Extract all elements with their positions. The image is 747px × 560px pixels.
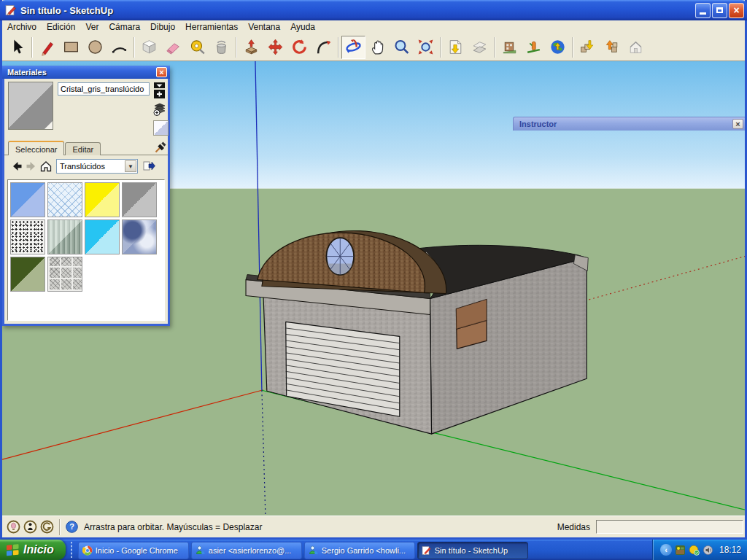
materials-title-bar[interactable]: Materiales × [2, 66, 170, 79]
instructor-close-icon[interactable]: × [732, 119, 743, 129]
move-tool-icon[interactable] [263, 36, 287, 59]
person-status-icon[interactable] [23, 520, 37, 534]
share-models-icon[interactable] [600, 36, 624, 59]
material-preview-swatch[interactable] [8, 82, 53, 130]
materials-tabs: Seleccionar Editar [4, 140, 168, 155]
photo-textures-icon[interactable] [498, 36, 522, 59]
help-icon[interactable]: ? [66, 521, 78, 533]
line-tool-icon[interactable] [35, 36, 59, 59]
zoom-tool-icon[interactable] [390, 36, 414, 59]
toggle-terrain-icon[interactable] [468, 36, 492, 59]
back-icon[interactable] [9, 159, 24, 174]
start-button[interactable]: Inicio [0, 540, 66, 560]
tab-editar[interactable]: Editar [65, 142, 101, 155]
material-swatch[interactable] [10, 219, 45, 254]
tape-measure-tool-icon[interactable] [185, 36, 209, 59]
menu-ver[interactable]: Ver [80, 20, 104, 34]
make-component-tool-icon[interactable] [137, 36, 161, 59]
material-name-field[interactable] [58, 82, 150, 96]
tray-app-icon[interactable] [675, 545, 686, 556]
rotate-tool-icon[interactable] [287, 36, 311, 59]
menu-ayuda[interactable]: Ayuda [285, 20, 320, 34]
taskbar-task-messenger-2[interactable]: Sergio Garrido <howli... [304, 542, 415, 559]
toolbar [2, 34, 745, 61]
window-title: Sin título - SketchUp [20, 5, 694, 16]
material-swatch[interactable] [122, 182, 157, 217]
share-component-icon[interactable] [624, 36, 648, 59]
material-swatch[interactable] [10, 182, 45, 217]
tab-seleccionar[interactable]: Seleccionar [8, 141, 64, 155]
rectangle-tool-icon[interactable] [59, 36, 83, 59]
attribution-icon[interactable] [7, 520, 20, 534]
menu-dibujo[interactable]: Dibujo [145, 20, 180, 34]
orbit-tool-icon[interactable] [341, 36, 365, 59]
tray-volume-icon[interactable] [703, 545, 713, 556]
follow-me-tool-icon[interactable] [311, 36, 336, 59]
materials-title: Materiales [7, 68, 156, 77]
toolbar-separator [236, 37, 237, 58]
measurements-box[interactable] [596, 520, 743, 534]
toolbar-separator [31, 37, 33, 58]
chrome-icon [82, 545, 93, 556]
taskbar-task-chrome[interactable]: Inicio - Google Chrome [78, 542, 189, 559]
materials-close-icon[interactable]: × [156, 67, 167, 77]
svg-text:?: ? [69, 522, 74, 531]
toolbar-separator [572, 37, 573, 58]
zoom-extents-tool-icon[interactable] [414, 36, 438, 59]
status-separator [59, 519, 61, 535]
menu-archivo[interactable]: Archivo [2, 20, 42, 34]
material-swatch[interactable] [85, 219, 120, 254]
taskbar-task-messenger-1[interactable]: asier <asierlorenzo@... [191, 542, 302, 559]
collection-dropdown[interactable]: Translúcidos ▼ [56, 159, 138, 174]
google-earth-icon[interactable] [546, 36, 570, 59]
material-swatch[interactable] [10, 257, 45, 292]
windows-taskbar: Inicio Inicio - Google Chrome asier <asi… [0, 540, 747, 560]
forward-icon[interactable] [24, 159, 39, 174]
create-material-button[interactable] [152, 82, 167, 99]
model-location-icon[interactable] [522, 36, 546, 59]
material-swatch[interactable] [47, 257, 82, 292]
secondary-pane-button[interactable] [152, 101, 167, 117]
get-current-view-icon[interactable] [444, 36, 468, 59]
sketchup-window: Sin título - SketchUp × Archivo Edición … [0, 0, 747, 540]
taskbar-task-sketchup[interactable]: Sin título - SketchUp [417, 542, 528, 559]
menu-ventana[interactable]: Ventana [243, 20, 285, 34]
tray-collapse-icon[interactable]: ‹ [660, 544, 672, 556]
instructor-panel[interactable]: Instructor × [513, 117, 745, 131]
eraser-tool-icon[interactable] [161, 36, 185, 59]
details-pane-button[interactable] [142, 159, 158, 174]
desktop: Sin título - SketchUp × Archivo Edición … [0, 0, 747, 560]
toolbar-separator [440, 37, 441, 58]
maximize-button[interactable] [712, 3, 727, 18]
messenger-icon [309, 545, 319, 556]
circle-tool-icon[interactable] [83, 36, 107, 59]
quick-launch-handle[interactable] [69, 542, 74, 558]
material-swatch-list [7, 179, 165, 321]
toolbar-separator [338, 37, 339, 58]
tray-messenger-icon[interactable] [689, 545, 700, 556]
title-bar[interactable]: Sin título - SketchUp × [0, 0, 747, 20]
select-tool-icon[interactable] [5, 36, 29, 59]
geolocation-icon[interactable] [40, 520, 54, 534]
menu-camara[interactable]: Cámara [104, 20, 145, 34]
push-pull-tool-icon[interactable] [239, 36, 263, 59]
close-button[interactable]: × [729, 3, 744, 18]
default-material-swatch[interactable] [153, 120, 169, 136]
material-swatch[interactable] [47, 219, 82, 254]
materials-nav-row: Translúcidos ▼ [4, 158, 168, 175]
material-swatch[interactable] [47, 182, 82, 217]
home-icon[interactable] [39, 159, 53, 174]
menu-herramientas[interactable]: Herramientas [180, 20, 243, 34]
menu-edicion[interactable]: Edición [42, 20, 80, 34]
task-label: asier <asierlorenzo@... [209, 546, 292, 555]
pan-tool-icon[interactable] [365, 36, 390, 59]
paint-bucket-tool-icon[interactable] [209, 36, 233, 59]
chevron-down-icon[interactable]: ▼ [125, 160, 136, 172]
arc-tool-icon[interactable] [107, 36, 131, 59]
get-models-icon[interactable] [576, 36, 600, 59]
tray-clock[interactable]: 18:12 [719, 545, 741, 555]
minimize-button[interactable] [695, 3, 711, 18]
collection-value: Translúcidos [57, 162, 124, 171]
material-swatch[interactable] [122, 219, 157, 254]
material-swatch[interactable] [85, 182, 120, 217]
